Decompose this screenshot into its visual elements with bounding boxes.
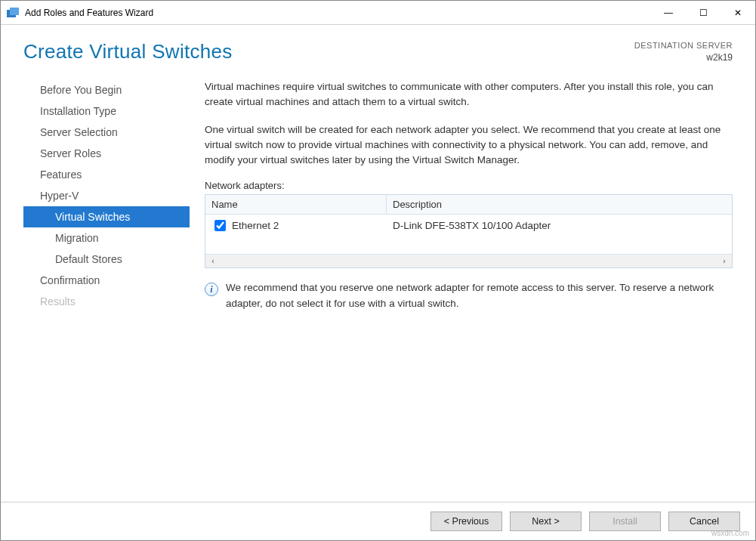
window-title: Add Roles and Features Wizard (25, 8, 153, 18)
adapter-checkbox[interactable] (214, 220, 226, 231)
wizard-footer: < Previous Next > Install Cancel (1, 502, 755, 540)
page-title: Create Virtual Switches (23, 40, 233, 63)
grid-scrollbar[interactable]: ‹ › (205, 254, 732, 267)
minimize-button[interactable]: — (651, 1, 686, 25)
col-name-header[interactable]: Name (205, 195, 387, 214)
previous-button[interactable]: < Previous (430, 512, 502, 531)
sidebar-item-default-stores[interactable]: Default Stores (23, 249, 190, 270)
sidebar-item-before-you-begin[interactable]: Before You Begin (23, 79, 190, 100)
wizard-steps-sidebar: Before You BeginInstallation TypeServer … (23, 72, 190, 502)
network-adapters-grid: Name Description Ethernet 2D-Link DFE-53… (205, 194, 733, 268)
scroll-left-icon[interactable]: ‹ (207, 256, 219, 267)
window-control-box: — ☐ ✕ (651, 1, 755, 25)
grid-body: Ethernet 2D-Link DFE-538TX 10/100 Adapte… (205, 215, 732, 254)
col-desc-header[interactable]: Description (387, 195, 732, 214)
adapter-row[interactable]: Ethernet 2D-Link DFE-538TX 10/100 Adapte… (205, 215, 732, 236)
intro-paragraph-1: Virtual machines require virtual switche… (205, 79, 733, 110)
next-button[interactable]: Next > (510, 512, 582, 531)
watermark: wsxdn.com (711, 529, 749, 537)
title-bar: Add Roles and Features Wizard — ☐ ✕ (1, 1, 755, 25)
main-content: Virtual machines require virtual switche… (190, 72, 733, 502)
sidebar-item-server-selection[interactable]: Server Selection (23, 122, 190, 143)
adapters-label: Network adapters: (205, 180, 733, 191)
sidebar-item-confirmation[interactable]: Confirmation (23, 270, 190, 291)
info-text: We recommend that you reserve one networ… (226, 280, 733, 311)
body: Before You BeginInstallation TypeServer … (1, 72, 755, 502)
destination-label: DESTINATION SERVER (634, 40, 733, 51)
sidebar-item-migration[interactable]: Migration (23, 227, 190, 249)
wizard-window: Add Roles and Features Wizard — ☐ ✕ Crea… (0, 0, 756, 541)
intro-paragraph-2: One virtual switch will be created for e… (205, 122, 733, 168)
grid-header: Name Description (205, 195, 732, 215)
info-row: i We recommend that you reserve one netw… (205, 280, 733, 311)
destination-block: DESTINATION SERVER w2k19 (634, 40, 733, 64)
svg-rect-1 (10, 8, 19, 15)
sidebar-item-server-roles[interactable]: Server Roles (23, 143, 190, 164)
header: Create Virtual Switches DESTINATION SERV… (1, 25, 755, 72)
wizard-icon (7, 7, 19, 19)
sidebar-item-features[interactable]: Features (23, 164, 190, 185)
maximize-button[interactable]: ☐ (686, 1, 721, 25)
scroll-right-icon[interactable]: › (718, 256, 730, 267)
destination-server: w2k19 (634, 51, 733, 64)
adapter-desc: D-Link DFE-538TX 10/100 Adapter (387, 220, 732, 231)
sidebar-item-installation-type[interactable]: Installation Type (23, 100, 190, 122)
info-icon: i (205, 283, 218, 296)
adapter-name: Ethernet 2 (232, 220, 279, 231)
sidebar-item-hyper-v[interactable]: Hyper-V (23, 185, 190, 206)
adapter-name-cell: Ethernet 2 (205, 218, 387, 233)
sidebar-item-results: Results (23, 291, 190, 312)
sidebar-item-virtual-switches[interactable]: Virtual Switches (23, 206, 190, 227)
close-button[interactable]: ✕ (721, 1, 755, 25)
install-button: Install (589, 512, 661, 531)
